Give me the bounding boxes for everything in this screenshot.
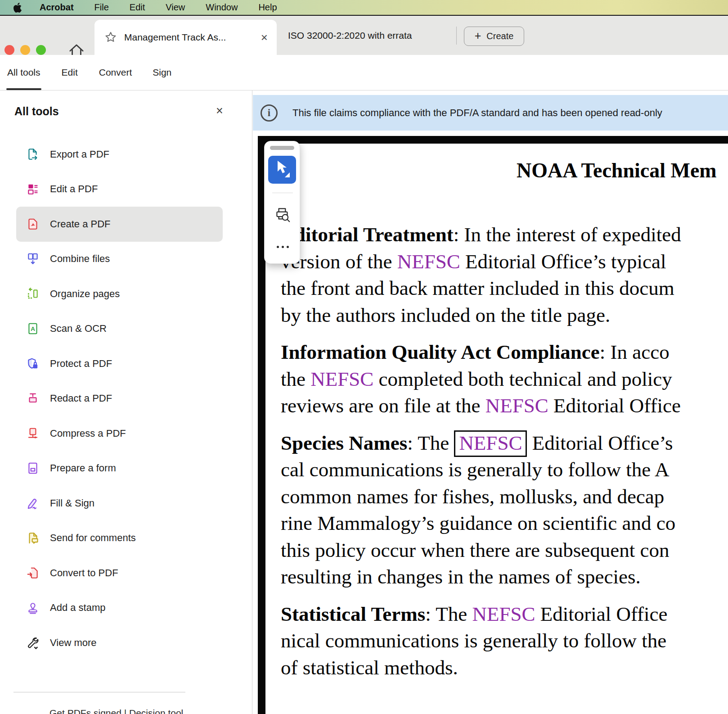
selection-tool-button[interactable] [268,156,296,184]
resize-triangle-icon [285,172,290,177]
tab-management-track[interactable]: Management Track As... × [94,20,277,55]
nefsc-link[interactable]: NEFSC [485,394,548,417]
create-button-label: Create [486,31,513,41]
sidebar-divider [13,692,185,692]
svg-text:A: A [31,325,35,332]
sidebar-item-fill-sign[interactable]: Fill & Sign [0,486,252,521]
print-search-icon[interactable] [273,205,292,224]
doc-text-run: resulting in changes in the names of spe… [281,565,641,588]
doc-text-run: Editorial Office [548,394,681,417]
doc-text-run: nical communications is generally to fol… [281,629,666,652]
ribbon-tab-all-tools[interactable]: All tools [7,55,40,90]
document-text: Editorial Treatment: In the interest of … [281,221,681,691]
doc-text-run: Editorial Office’s typical [460,250,666,273]
tool-label: View more [50,637,97,649]
sidebar-item-view-more[interactable]: View more [0,625,252,660]
tool-list: Export a PDF Edit a PDF Create a PDF Com… [0,137,252,660]
sidebar-item-organize-pages[interactable]: Organize pages [0,276,252,312]
tool-label: Protect a PDF [50,358,112,370]
prepare-form-icon [26,461,40,475]
tab-title: Management Track As... [124,32,226,43]
send-comments-icon [26,531,40,545]
sidebar-item-edit-pdf[interactable]: Edit a PDF [0,172,252,207]
doc-text-run: : In acco [600,341,670,363]
menu-app-name[interactable]: Acrobat [40,2,74,13]
sidebar-item-compress-pdf[interactable]: Compress a PDF [0,416,252,451]
menu-window[interactable]: Window [206,2,238,13]
close-window-button[interactable] [4,45,14,55]
doc-text-run: the front and back matter included in th… [281,277,674,299]
tab-bar: Management Track As... × ISO 32000-2:202… [0,15,728,55]
nefsc-link-focused[interactable]: NEFSC [454,430,527,457]
ribbon-tab-convert[interactable]: Convert [99,55,132,90]
ribbon-tab-sign[interactable]: Sign [153,55,171,90]
panel-title: All tools [14,105,59,118]
doc-text-run: Editorial Office’s [527,432,673,454]
zoom-window-button[interactable] [36,45,46,55]
sidebar-item-create-pdf[interactable]: Create a PDF [16,207,223,242]
redact-pdf-icon [26,391,40,406]
create-button[interactable]: + Create [464,27,524,46]
convert-to-pdf-icon [26,566,40,580]
edit-pdf-icon [26,182,40,196]
close-tab-icon[interactable]: × [261,32,268,43]
doc-text-run: cal communications is generally to follo… [281,458,670,481]
tab-iso-32000[interactable]: ISO 32000-2:2020 with errata [288,16,412,55]
fill-sign-icon [26,496,40,511]
sidebar-footer-links[interactable]: Get PDFs signed | Decision tool [49,708,183,714]
tool-label: Send for comments [50,532,136,544]
menu-view[interactable]: View [166,2,185,13]
export-pdf-icon [26,147,40,162]
paragraph-species-names: Species Names: The NEFSC Editorial Offic… [281,430,681,591]
doc-text-run: Editorial Office [535,603,667,625]
menu-help[interactable]: Help [258,2,277,13]
ellipsis-dot [282,246,284,248]
tool-label: Edit a PDF [50,183,98,195]
sidebar-item-convert-to-pdf[interactable]: Convert to PDF [0,556,252,591]
sidebar-item-add-stamp[interactable]: Add a stamp [0,591,252,626]
doc-text-run: Species Names [281,432,407,454]
ribbon-tab-edit[interactable]: Edit [62,55,78,90]
acrobat-window: Acrobat File Edit View Window Help Manag… [0,0,728,714]
tool-label: Fill & Sign [50,497,94,509]
ribbon-tab-label: Edit [62,67,78,78]
doc-text-run: rine Mammalogy’s guidance on scientific … [281,512,675,534]
create-pdf-icon [26,217,40,231]
sidebar-item-redact-pdf[interactable]: Redact a PDF [0,381,252,416]
sidebar-item-export-pdf[interactable]: Export a PDF [0,137,252,172]
tool-label: Organize pages [50,288,120,300]
star-icon[interactable] [104,31,117,44]
sidebar-item-prepare-form[interactable]: Prepare a form [0,451,252,486]
more-options-button[interactable] [265,246,301,248]
doc-text-run: Information Quality Act Compliance [281,341,600,363]
minimize-window-button[interactable] [20,45,30,55]
apple-menu-icon[interactable] [13,3,22,13]
tool-label: Export a PDF [50,149,109,160]
nefsc-link[interactable]: NEFSC [472,603,535,625]
sidebar-item-send-for-comments[interactable]: Send for comments [0,521,252,556]
combine-files-icon [26,252,40,266]
sidebar-item-protect-pdf[interactable]: Protect a PDF [0,346,252,381]
doc-text-run: completed both technical and policy [373,368,672,390]
pdfa-notice-banner: i This file claims compliance with the P… [253,95,728,131]
sidebar-item-combine-files[interactable]: Combine files [0,242,252,277]
tool-label: Compress a PDF [50,428,126,439]
all-tools-panel: All tools × Export a PDF Edit a PDF Crea… [0,90,252,714]
doc-text-run: reviews are on file at the [281,394,485,417]
page-border-top [258,136,728,144]
toolbar-divider [272,193,293,193]
tool-label: Combine files [50,253,110,265]
protect-pdf-icon [26,357,40,371]
nefsc-link[interactable]: NEFSC [310,368,373,390]
document-viewport[interactable]: NOAA Technical Mem Editorial Treatment: … [253,131,728,714]
menu-edit[interactable]: Edit [130,2,145,13]
tool-label: Redact a PDF [50,393,112,404]
nefsc-link[interactable]: NEFSC [397,250,460,273]
menu-file[interactable]: File [94,2,109,13]
doc-text-run: Statistical Terms [281,603,425,625]
drag-handle[interactable] [270,146,294,150]
sidebar-item-scan-ocr[interactable]: A Scan & OCR [0,312,252,347]
paragraph-editorial-treatment: Editorial Treatment: In the interest of … [281,221,681,329]
doc-text-run: : In the interest of expedited [454,223,681,246]
close-panel-icon[interactable]: × [216,105,223,117]
